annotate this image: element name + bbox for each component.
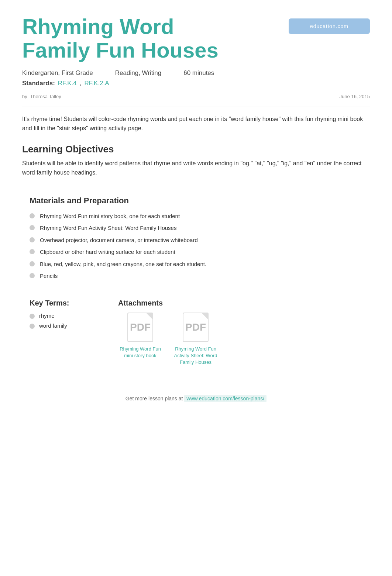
duration-label: 60 minutes	[183, 69, 214, 77]
list-item: Rhyming Word Fun Activity Sheet: Word Fa…	[30, 224, 370, 232]
logo-text: education.com	[310, 23, 348, 29]
page-title: Rhyming Word Family Fun Houses	[22, 15, 229, 62]
list-item: Overhead projector, document camera, or …	[30, 236, 370, 245]
materials-section: Materials and Preparation Rhyming Word F…	[22, 196, 370, 280]
standards-row: Standards: RF.K.4 , RF.K.2.A	[22, 80, 370, 87]
pdf-icon-1: PDF	[127, 313, 153, 342]
key-terms-list: rhyme word family	[30, 313, 96, 329]
publish-date: June 16, 2015	[340, 94, 370, 99]
bullet-icon	[30, 324, 35, 329]
logo-area: education.com	[289, 18, 370, 34]
author-date-row: by Theresa Talley June 16, 2015	[22, 94, 370, 99]
list-item: Blue, red, yellow, pink, and green crayo…	[30, 260, 370, 269]
attachments-row: PDF Rhyming Word Fun mini story book PDF…	[118, 313, 229, 366]
list-item: Clipboard or other hard writing surface …	[30, 248, 370, 256]
list-item: Pencils	[30, 272, 370, 280]
attachments-col: Attachments PDF Rhyming Word Fun mini st…	[118, 299, 229, 366]
materials-title: Materials and Preparation	[30, 196, 370, 206]
bullet-icon	[30, 273, 35, 278]
attachment-item-1[interactable]: PDF Rhyming Word Fun mini story book	[118, 313, 162, 366]
meta-row: Kindergarten, First Grade Reading, Writi…	[22, 69, 370, 77]
pdf-icon-2: PDF	[183, 313, 209, 342]
bullet-icon	[30, 249, 35, 254]
key-terms-title: Key Terms:	[30, 299, 96, 307]
author-name: Theresa Talley	[30, 94, 61, 99]
bullet-icon	[30, 261, 35, 266]
attachment-label-2: Rhyming Word Fun Activity Sheet: Word Fa…	[173, 346, 218, 366]
bullet-icon	[30, 213, 35, 218]
divider-1	[22, 107, 370, 107]
subjects-label: Reading, Writing	[115, 69, 161, 77]
standard-rf-k4-link[interactable]: RF.K.4	[58, 80, 77, 87]
standards-label: Standards:	[22, 80, 55, 87]
grades-label: Kindergarten, First Grade	[22, 69, 93, 77]
attachments-title: Attachments	[118, 299, 229, 307]
bullet-icon	[30, 225, 35, 230]
footer-area: Get more lesson plans at www.education.c…	[22, 396, 370, 416]
objectives-text: Students will be able to identify word p…	[22, 159, 370, 177]
attachment-item-2[interactable]: PDF Rhyming Word Fun Activity Sheet: Wor…	[173, 313, 218, 366]
footer-prefix: Get more lesson plans at	[125, 396, 183, 401]
footer-link[interactable]: www.education.com/lesson-plans/	[184, 395, 267, 402]
key-terms-col: Key Terms: rhyme word family	[30, 299, 96, 366]
bullet-icon	[30, 314, 35, 319]
author-text: by Theresa Talley	[22, 94, 61, 99]
materials-list: Rhyming Word Fun mini story book, one fo…	[30, 212, 370, 280]
attachment-label-1: Rhyming Word Fun mini story book	[118, 346, 162, 359]
list-item: word family	[30, 323, 96, 329]
key-attach-row: Key Terms: rhyme word family Attachments	[22, 299, 370, 366]
header-area: Rhyming Word Family Fun Houses education…	[22, 15, 370, 62]
page-container: Rhyming Word Family Fun Houses education…	[22, 15, 370, 416]
standards-separator: ,	[80, 80, 82, 87]
description-text: It's rhyme time! Students will color-cod…	[22, 114, 370, 133]
learning-objectives-title: Learning Objectives	[22, 144, 370, 155]
bullet-icon	[30, 237, 35, 242]
list-item: rhyme	[30, 313, 96, 319]
list-item: Rhyming Word Fun mini story book, one fo…	[30, 212, 370, 221]
standard-rf-k2a-link[interactable]: RF.K.2.A	[85, 80, 109, 87]
